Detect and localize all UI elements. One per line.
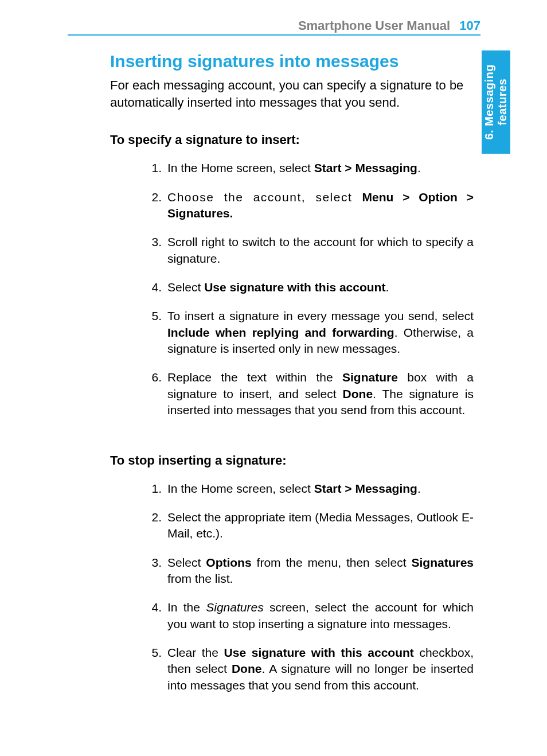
section-title: Inserting signatures into messages	[110, 52, 474, 71]
step-item: Select Options from the menu, then selec…	[144, 555, 474, 587]
step-item: In the Home screen, select Start > Messa…	[144, 481, 474, 497]
chapter-tab-text: 6. Messaging features	[483, 64, 509, 140]
step-item: Choose the account, select Menu > Option…	[144, 189, 474, 222]
step-item: In the Signatures screen, select the acc…	[144, 599, 474, 632]
page-content: Inserting signatures into messages For e…	[110, 52, 474, 728]
step-item: In the Home screen, select Start > Messa…	[144, 160, 474, 176]
subheading-specify: To specify a signature to insert:	[110, 133, 474, 147]
steps-stop: In the Home screen, select Start > Messa…	[144, 481, 474, 693]
step-item: Select Use signature with this account.	[144, 279, 474, 295]
header-rule	[68, 34, 480, 36]
page-number: 107	[459, 18, 480, 33]
step-item: Clear the Use signature with this accoun…	[144, 645, 474, 693]
step-item: Replace the text within the Signature bo…	[144, 369, 474, 418]
step-item: Select the appropriate item (Media Messa…	[144, 509, 474, 542]
manual-title: Smartphone User Manual	[298, 18, 450, 33]
steps-specify: In the Home screen, select Start > Messa…	[144, 160, 474, 418]
chapter-tab: 6. Messaging features	[482, 50, 510, 154]
intro-paragraph: For each messaging account, you can spec…	[110, 77, 474, 111]
step-item: To insert a signature in every message y…	[144, 308, 474, 357]
subheading-stop: To stop inserting a signature:	[110, 453, 474, 468]
step-item: Scroll right to switch to the account fo…	[144, 234, 474, 267]
